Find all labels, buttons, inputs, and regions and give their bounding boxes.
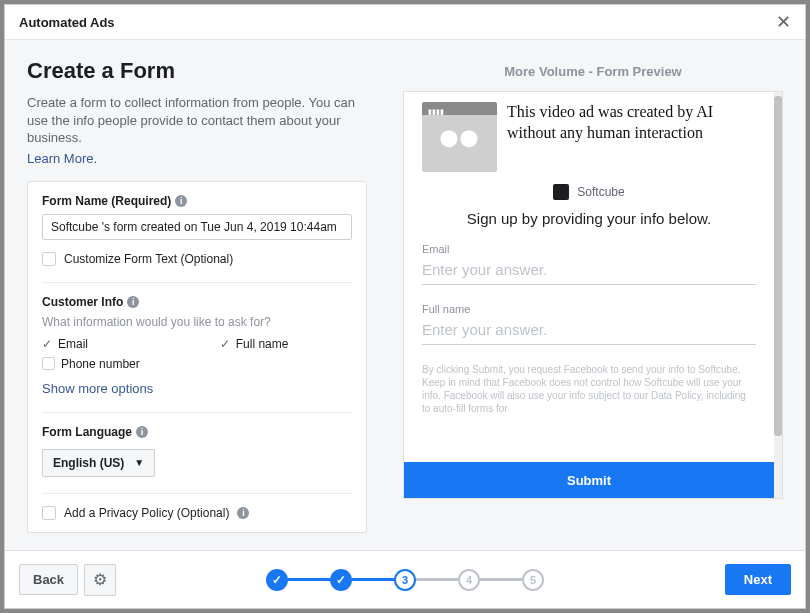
step-4[interactable]: 4 xyxy=(458,569,480,591)
form-name-input[interactable] xyxy=(42,214,352,240)
brand-row: Softcube xyxy=(422,184,756,200)
step-5[interactable]: 5 xyxy=(522,569,544,591)
info-icon[interactable]: i xyxy=(237,507,249,519)
preview-scrollbar[interactable] xyxy=(774,92,782,498)
modal-title: Automated Ads xyxy=(19,15,115,30)
info-icon[interactable]: i xyxy=(175,195,187,207)
option-email[interactable]: ✓ Email xyxy=(42,337,140,351)
customer-info-label-text: Customer Info xyxy=(42,295,123,309)
gear-icon[interactable]: ⚙ xyxy=(84,564,116,596)
form-name-label-text: Form Name (Required) xyxy=(42,194,171,208)
form-name-label: Form Name (Required) i xyxy=(42,194,352,208)
form-panel: Form Name (Required) i Customize Form Te… xyxy=(27,181,367,533)
step-bar xyxy=(288,578,330,581)
customer-info-label: Customer Info i xyxy=(42,295,352,309)
checkmark-icon: ✓ xyxy=(272,573,282,587)
step-1[interactable]: ✓ xyxy=(266,569,288,591)
signup-heading: Sign up by providing your info below. xyxy=(422,210,756,227)
option-phone-label: Phone number xyxy=(61,357,140,371)
preview-ad-row: ▮▮▮▮ ⬤⬤ This video ad was created by AI … xyxy=(422,102,756,172)
ad-caption: This video ad was created by AI without … xyxy=(507,102,756,144)
show-more-options-link[interactable]: Show more options xyxy=(42,381,352,396)
step-2[interactable]: ✓ xyxy=(330,569,352,591)
checkmark-icon: ✓ xyxy=(42,337,52,351)
video-thumbnail[interactable]: ▮▮▮▮ ⬤⬤ xyxy=(422,102,497,172)
step-number: 5 xyxy=(530,574,536,586)
customize-form-text-label: Customize Form Text (Optional) xyxy=(64,252,233,266)
form-config-pane: Create a Form Create a form to collect i… xyxy=(5,40,389,550)
checkmark-icon: ✓ xyxy=(336,573,346,587)
form-preview-pane: More Volume - Form Preview ▮▮▮▮ ⬤⬤ This … xyxy=(389,40,805,550)
form-language-select[interactable]: English (US) ▼ xyxy=(42,449,155,477)
scrollbar-thumb[interactable] xyxy=(774,96,782,436)
brand-name: Softcube xyxy=(577,185,624,199)
preview-fullname-label: Full name xyxy=(422,303,756,315)
divider xyxy=(42,282,352,283)
thumbnail-overlay: ▮▮▮▮ xyxy=(428,108,444,116)
checkbox-icon[interactable] xyxy=(42,506,56,520)
modal-header: Automated Ads ✕ xyxy=(5,5,805,40)
step-3[interactable]: 3 xyxy=(394,569,416,591)
info-icon[interactable]: i xyxy=(136,426,148,438)
checkbox-icon xyxy=(42,357,55,370)
step-bar xyxy=(480,578,522,581)
form-language-value: English (US) xyxy=(53,456,124,470)
preview-content: ▮▮▮▮ ⬤⬤ This video ad was created by AI … xyxy=(404,92,774,498)
learn-more-link[interactable]: Learn More. xyxy=(27,151,97,166)
preview-box: ▮▮▮▮ ⬤⬤ This video ad was created by AI … xyxy=(403,91,783,499)
checkmark-icon: ✓ xyxy=(220,337,230,351)
divider xyxy=(42,493,352,494)
checkbox-icon[interactable] xyxy=(42,252,56,266)
next-button[interactable]: Next xyxy=(725,564,791,595)
privacy-policy-label: Add a Privacy Policy (Optional) xyxy=(64,506,229,520)
option-email-label: Email xyxy=(58,337,88,351)
divider xyxy=(42,412,352,413)
preview-email-label: Email xyxy=(422,243,756,255)
preview-email-input[interactable] xyxy=(422,257,756,285)
brand-logo-icon xyxy=(553,184,569,200)
customer-info-hint: What information would you like to ask f… xyxy=(42,315,352,329)
close-icon[interactable]: ✕ xyxy=(776,13,791,31)
customize-form-text-row[interactable]: Customize Form Text (Optional) xyxy=(42,252,352,266)
thumbnail-graphic: ⬤⬤ xyxy=(440,128,480,147)
modal-body: Create a Form Create a form to collect i… xyxy=(5,40,805,550)
page-subtitle: Create a form to collect information fro… xyxy=(27,94,367,147)
step-bar xyxy=(352,578,394,581)
preview-legal-text: By clicking Submit, you request Facebook… xyxy=(422,363,756,415)
chevron-down-icon: ▼ xyxy=(134,457,144,468)
preview-fullname-input[interactable] xyxy=(422,317,756,345)
form-language-label-text: Form Language xyxy=(42,425,132,439)
privacy-policy-row[interactable]: Add a Privacy Policy (Optional) i xyxy=(42,506,352,520)
option-fullname[interactable]: ✓ Full name xyxy=(220,337,289,351)
page-title: Create a Form xyxy=(27,58,367,84)
step-indicator: ✓ ✓ 3 4 5 xyxy=(266,569,544,591)
step-number: 3 xyxy=(402,574,408,586)
step-bar xyxy=(416,578,458,581)
modal-footer: Back ⚙ ✓ ✓ 3 4 5 Next xyxy=(5,550,805,608)
preview-heading: More Volume - Form Preview xyxy=(403,64,783,79)
option-fullname-label: Full name xyxy=(236,337,289,351)
info-icon[interactable]: i xyxy=(127,296,139,308)
option-phone[interactable]: Phone number xyxy=(42,357,140,371)
customer-info-options: ✓ Email Phone number ✓ Full name xyxy=(42,337,352,371)
automated-ads-modal: Automated Ads ✕ Create a Form Create a f… xyxy=(4,4,806,609)
preview-submit-button[interactable]: Submit xyxy=(404,462,774,498)
back-button[interactable]: Back xyxy=(19,564,78,595)
step-number: 4 xyxy=(466,574,472,586)
form-language-label: Form Language i xyxy=(42,425,352,439)
